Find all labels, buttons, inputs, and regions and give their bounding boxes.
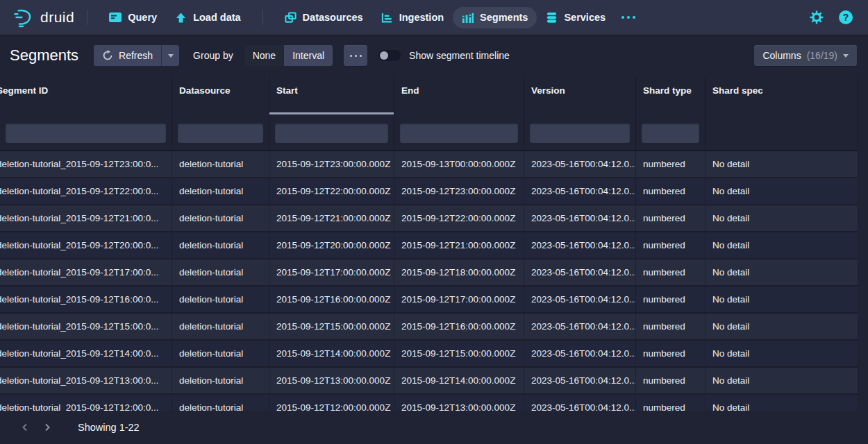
cell-text: deletion-tutorial: [179, 348, 243, 359]
filter-input-start[interactable]: [275, 123, 388, 143]
cell-datasource: deletion-tutorial: [172, 205, 269, 231]
group-by-interval-button[interactable]: Interval: [284, 45, 333, 66]
table-header-row: Segment ID Datasource Start End Version …: [0, 76, 868, 114]
settings-button[interactable]: [806, 6, 828, 28]
column-header-shard-type[interactable]: Shard type: [636, 76, 706, 114]
next-page-button[interactable]: [36, 419, 58, 436]
cell-segment-id: deletion-tutorial_2015-09-12T21:00:0...: [0, 205, 172, 231]
cell-segment-id: deletion-tutorial_2015-09-12T20:00:0...: [0, 232, 172, 258]
cell-text: numbered: [643, 375, 685, 386]
cell-text: deletion-tutorial: [179, 402, 243, 411]
help-button[interactable]: ?: [835, 6, 857, 28]
cell-start: 2015-09-12T13:00:00.000Z: [269, 368, 394, 393]
cell-start: 2015-09-12T17:00:00.000Z: [269, 259, 394, 285]
column-header-end[interactable]: End: [394, 76, 524, 114]
column-header-shard-spec[interactable]: Shard spec: [706, 76, 858, 114]
column-header-datasource[interactable]: Datasource: [172, 76, 269, 114]
cell-text: deletion-tutorial_2015-09-12T21:00:0...: [0, 213, 158, 223]
cell-end: 2015-09-12T15:00:00.000Z: [394, 341, 524, 366]
table-row: deletion-tutorial_2015-09-12T23:00:0...d…: [0, 151, 868, 178]
nav-more-button[interactable]: [615, 11, 642, 24]
pagination-footer: Showing 1-22: [0, 411, 868, 444]
gantt-icon: [381, 12, 393, 24]
cell-start: 2015-09-12T14:00:00.000Z: [269, 341, 394, 366]
nav-item-load-data[interactable]: Load data: [166, 7, 249, 28]
druid-logo-icon: [11, 7, 34, 28]
nav-item-label: Datasources: [303, 12, 363, 23]
column-header-segment-id[interactable]: Segment ID: [0, 76, 172, 114]
druid-brand[interactable]: druid: [11, 7, 74, 28]
chevron-right-icon: [42, 422, 53, 433]
filter-input-version[interactable]: [530, 123, 630, 143]
cell-shard-type: numbered: [636, 151, 706, 177]
cell-shard-spec: No detail: [706, 287, 858, 312]
nav-item-datasources[interactable]: Datasources: [276, 7, 372, 28]
table-row: deletion-tutorial_2015-09-12T13:00:0...d…: [0, 368, 868, 395]
cell-text: 2023-05-16T00:04:12.0...: [531, 348, 636, 359]
cell-text: No detail: [712, 348, 749, 359]
refresh-button-group: Refresh: [94, 45, 179, 66]
segment-timeline-toggle[interactable]: [378, 50, 401, 61]
nav-item-ingestion[interactable]: Ingestion: [372, 7, 453, 28]
nav-item-label: Load data: [193, 12, 240, 23]
cell-datasource: deletion-tutorial: [172, 314, 269, 339]
cell-end: 2015-09-12T22:00:00.000Z: [394, 205, 524, 231]
refresh-button[interactable]: Refresh: [94, 45, 161, 66]
refresh-dropdown-button[interactable]: [161, 45, 179, 66]
nav-item-query[interactable]: Query: [100, 7, 166, 28]
cell-text: deletion-tutorial: [179, 321, 243, 332]
previous-page-button[interactable]: [14, 419, 36, 436]
column-header-version[interactable]: Version: [524, 76, 636, 114]
columns-button[interactable]: Columns (16/19): [754, 45, 857, 66]
cell-text: No detail: [712, 402, 749, 411]
cell-text: 2015-09-12T14:00:00.000Z: [401, 375, 515, 386]
filter-cell: [172, 114, 269, 150]
cell-version: 2023-05-16T00:04:12.0...: [524, 151, 636, 177]
cell-text: 2015-09-12T13:00:00.000Z: [276, 375, 390, 386]
cell-text: 2015-09-12T16:00:00.000Z: [401, 321, 515, 332]
table-body: deletion-tutorial_2015-09-12T23:00:0...d…: [0, 151, 868, 411]
filter-input-segment-id[interactable]: [6, 123, 166, 143]
filter-input-shard-type[interactable]: [642, 123, 699, 143]
cell-shard-spec: No detail: [706, 178, 858, 204]
cell-datasource: deletion-tutorial: [172, 341, 269, 366]
group-by-none-button[interactable]: None: [244, 45, 284, 66]
table-row: deletion-tutorial_2015-09-12T15:00:0...d…: [0, 314, 868, 341]
cell-text: 2015-09-13T00:00:00.000Z: [401, 159, 515, 169]
table-row: deletion-tutorial_2015-09-12T16:00:0...d…: [0, 287, 868, 314]
table-row: deletion-tutorial_2015-09-12T14:00:0...d…: [0, 341, 868, 368]
cell-version: 2023-05-16T00:04:12.0...: [524, 368, 636, 393]
cell-text: 2015-09-12T21:00:00.000Z: [276, 213, 390, 223]
refresh-icon: [102, 50, 113, 61]
cell-text: No detail: [712, 267, 749, 278]
column-header-start[interactable]: Start: [269, 76, 394, 114]
column-header-label: End: [401, 85, 419, 96]
cell-text: numbered: [643, 348, 685, 359]
cell-version: 2023-05-16T00:04:12.0...: [524, 259, 636, 285]
filter-cell-empty: [706, 114, 858, 150]
cell-text: 2023-05-16T00:04:12.0...: [531, 213, 636, 223]
cell-text: 2015-09-12T15:00:00.000Z: [276, 321, 390, 332]
nav-divider: [87, 10, 87, 25]
cell-text: 2023-05-16T00:04:12.0...: [531, 375, 636, 386]
brand-text: druid: [40, 9, 74, 26]
console-icon: [109, 12, 122, 23]
filter-input-end[interactable]: [400, 123, 518, 143]
cell-text: 2015-09-12T12:00:00.000Z: [276, 402, 390, 411]
cell-version: 2023-05-16T00:04:12.0...: [524, 232, 636, 258]
cell-datasource: deletion-tutorial: [172, 368, 269, 393]
nav-item-segments[interactable]: Segments: [453, 7, 537, 28]
cell-text: numbered: [643, 321, 685, 332]
help-icon: ?: [839, 10, 853, 24]
cell-text: 2015-09-12T17:00:00.000Z: [401, 294, 515, 305]
cell-segment-id: deletion-tutorial_2015-09-12T22:00:0...: [0, 178, 172, 204]
nav-item-services[interactable]: Services: [537, 7, 615, 28]
header-more-button[interactable]: [344, 45, 367, 66]
cell-text: No detail: [712, 240, 749, 250]
nav-divider: [262, 10, 263, 25]
cell-text: No detail: [712, 186, 749, 196]
filter-input-datasource[interactable]: [178, 123, 263, 143]
cell-end: 2015-09-12T21:00:00.000Z: [394, 232, 524, 258]
cell-text: numbered: [643, 402, 685, 411]
column-header-label: Shard spec: [712, 85, 763, 96]
